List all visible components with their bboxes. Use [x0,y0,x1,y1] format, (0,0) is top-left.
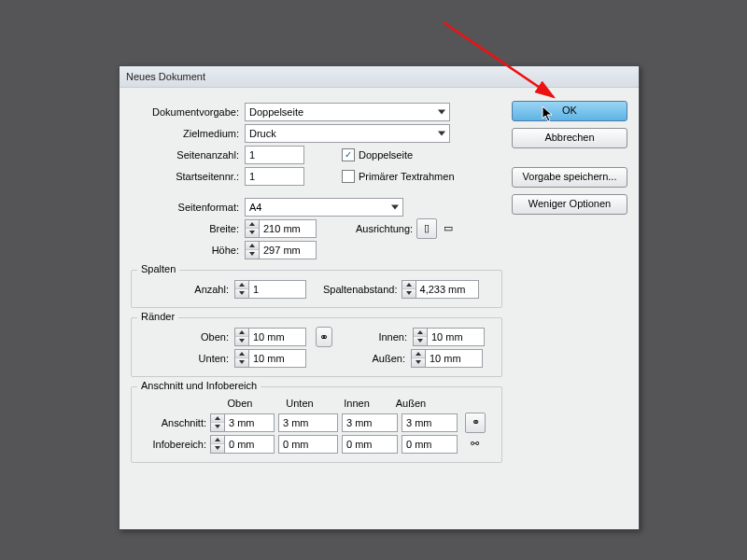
width-input[interactable]: 210 mm [260,219,317,238]
ok-button[interactable]: OK [512,101,627,121]
chevron-down-icon [438,109,445,114]
margins-legend: Ränder [137,311,178,322]
slug-row-label: Infobereich: [135,439,210,450]
pagesize-value: A4 [249,202,261,213]
slug-inside-input[interactable]: 0 mm [342,435,398,454]
column-count-label: Anzahl: [135,284,234,295]
column-count-input[interactable]: 1 [249,280,306,299]
slug-top-input[interactable]: 0 mm [225,435,275,454]
preset-combo[interactable]: Doppelseite [245,103,450,121]
pagesize-combo[interactable]: A4 [245,198,403,217]
bleed-col-top: Oben [210,398,270,409]
startpage-input[interactable]: 1 [245,167,304,186]
bleed-link-icon[interactable]: ⚭ [465,413,486,433]
bleed-top-stepper[interactable] [210,413,225,432]
cancel-button[interactable]: Abbrechen [512,128,627,148]
margin-outside-input[interactable]: 10 mm [426,349,483,368]
slug-link-icon[interactable]: ⚯ [465,435,484,454]
pagesize-label: Seitenformat: [131,202,245,213]
facing-pages-checkbox[interactable]: ✓ [342,148,355,161]
columns-legend: Spalten [137,263,179,274]
margin-inside-stepper[interactable] [413,328,428,346]
preset-value: Doppelseite [249,106,303,118]
new-document-dialog: Neues Dokument Dokumentvorgabe: Doppelse… [119,65,640,530]
bleed-fieldset: Anschnitt und Infobereich Oben Unten Inn… [131,386,502,463]
height-stepper[interactable] [245,241,260,259]
column-count-stepper[interactable] [234,280,249,299]
intent-value: Druck [249,128,276,139]
pages-label: Seitenanzahl: [131,149,245,161]
primary-textframe-label: Primärer Textrahmen [359,171,455,182]
margins-fieldset: Ränder Oben: 10 mm ⚭ Innen: 10 mm [131,317,502,377]
preset-label: Dokumentvorgabe: [131,106,245,118]
bleed-col-inside: Innen [330,398,384,409]
gutter-input[interactable]: 4,233 mm [416,280,479,299]
bleed-legend: Anschnitt und Infobereich [137,380,261,391]
intent-combo[interactable]: Druck [245,124,450,143]
save-preset-button[interactable]: Vorgabe speichern... [512,167,627,188]
chevron-down-icon [438,131,445,135]
margin-bottom-input[interactable]: 10 mm [249,349,306,368]
orientation-portrait-icon[interactable]: ▯ [416,218,437,239]
facing-pages-label: Doppelseite [359,149,413,161]
columns-fieldset: Spalten Anzahl: 1 Spaltenabstand: 4,233 … [131,270,502,308]
margin-bottom-label: Unten: [135,353,234,364]
bleed-col-outside: Außen [384,398,438,409]
margin-top-label: Oben: [135,331,234,343]
bleed-col-bottom: Unten [270,398,330,409]
margin-outside-stepper[interactable] [411,349,426,368]
width-stepper[interactable] [245,219,260,238]
width-label: Breite: [131,223,245,234]
margin-bottom-stepper[interactable] [234,349,249,368]
bleed-top-input[interactable]: 3 mm [225,413,275,432]
fewer-options-button[interactable]: Weniger Optionen [512,194,627,215]
gutter-stepper[interactable] [402,280,416,299]
dialog-titlebar[interactable]: Neues Dokument [120,66,639,88]
margins-link-icon[interactable]: ⚭ [316,327,332,347]
orientation-landscape-icon[interactable]: ▭ [439,219,458,238]
slug-outside-input[interactable]: 0 mm [402,435,458,454]
margin-inside-input[interactable]: 10 mm [428,328,485,346]
dialog-title: Neues Dokument [126,71,205,82]
orientation-label: Ausrichtung: [356,223,413,234]
gutter-label: Spaltenabstand: [323,284,398,295]
slug-bottom-input[interactable]: 0 mm [278,435,338,454]
margin-top-input[interactable]: 10 mm [249,328,306,346]
slug-top-stepper[interactable] [210,435,225,454]
startpage-label: Startseitennr.: [131,171,245,182]
pages-input[interactable]: 1 [245,146,304,164]
bleed-outside-input[interactable]: 3 mm [402,413,458,432]
bleed-bottom-input[interactable]: 3 mm [278,413,338,432]
height-label: Höhe: [131,245,245,256]
height-input[interactable]: 297 mm [260,241,317,259]
margin-top-stepper[interactable] [234,328,249,346]
chevron-down-icon [391,204,399,209]
intent-label: Zielmedium: [131,128,245,139]
primary-textframe-checkbox[interactable] [342,170,355,183]
margin-inside-label: Innen: [360,331,413,343]
margin-outside-label: Außen: [359,353,411,364]
cursor-icon [542,105,555,125]
bleed-row-label: Anschnitt: [135,417,210,428]
bleed-inside-input[interactable]: 3 mm [342,413,398,432]
